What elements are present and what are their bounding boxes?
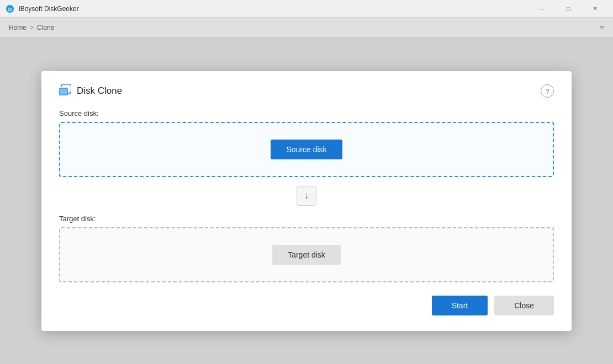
breadcrumb-bar: Home > Clone ≡ xyxy=(0,18,613,38)
down-arrow-icon: ↓ xyxy=(297,186,316,206)
menu-icon[interactable]: ≡ xyxy=(600,23,604,32)
title-bar: D iBoysoft DiskGeeker ─ □ ✕ xyxy=(0,0,613,18)
svg-text:D: D xyxy=(8,7,12,12)
minimize-button[interactable]: ─ xyxy=(529,0,554,18)
app-body: Home > Clone ≡ xyxy=(0,18,613,364)
start-button[interactable]: Start xyxy=(432,296,488,315)
dialog-title-area: Disk Clone xyxy=(59,84,122,98)
target-disk-dropzone[interactable]: Target disk xyxy=(59,227,554,282)
source-disk-section: Source disk: Source disk xyxy=(59,109,554,177)
source-disk-label: Source disk: xyxy=(59,109,554,117)
target-disk-label: Target disk: xyxy=(59,215,554,223)
disk-clone-dialog: Disk Clone ? Source disk: Source disk ↓ xyxy=(41,71,572,331)
dialog-title: Disk Clone xyxy=(77,85,122,97)
source-disk-button[interactable]: Source disk xyxy=(271,140,342,159)
source-disk-dropzone[interactable]: Source disk xyxy=(59,122,554,177)
breadcrumb-home[interactable]: Home xyxy=(9,24,27,31)
app-icon: D xyxy=(6,4,14,13)
clone-icon xyxy=(59,84,71,98)
help-icon[interactable]: ? xyxy=(541,84,554,98)
close-dialog-button[interactable]: Close xyxy=(494,296,554,315)
breadcrumb-separator: > xyxy=(30,24,34,31)
close-window-button[interactable]: ✕ xyxy=(582,0,607,18)
breadcrumb-current: Clone xyxy=(37,24,54,31)
svg-rect-3 xyxy=(60,89,67,94)
main-content: Disk Clone ? Source disk: Source disk ↓ xyxy=(0,38,613,364)
dialog-header: Disk Clone ? xyxy=(59,84,554,98)
title-bar-left: D iBoysoft DiskGeeker xyxy=(6,4,79,13)
dialog-overlay: Disk Clone ? Source disk: Source disk ↓ xyxy=(0,38,613,364)
dialog-footer: Start Close xyxy=(59,296,554,315)
app-title: iBoysoft DiskGeeker xyxy=(19,5,79,13)
target-disk-section: Target disk: Target disk xyxy=(59,215,554,282)
title-bar-controls: ─ □ ✕ xyxy=(529,0,607,18)
maximize-button[interactable]: □ xyxy=(556,0,581,18)
target-disk-button[interactable]: Target disk xyxy=(272,245,341,265)
arrow-container: ↓ xyxy=(59,186,554,206)
